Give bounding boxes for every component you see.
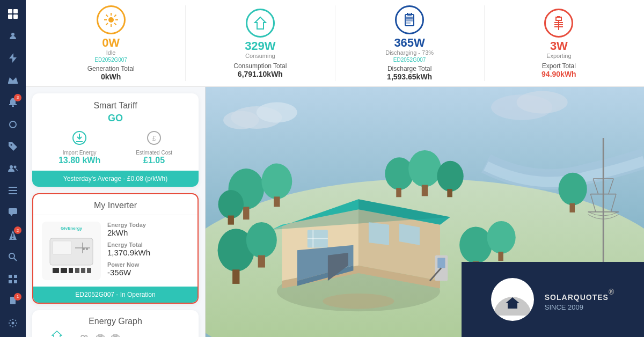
tariff-import: Import Energy 13.80 kWh <box>58 130 100 165</box>
sidebar-item-circle[interactable] <box>3 115 23 134</box>
svg-point-91 <box>559 173 587 206</box>
svg-rect-22 <box>9 275 12 278</box>
svg-rect-61 <box>75 268 79 273</box>
svg-marker-6 <box>8 77 18 83</box>
svg-rect-75 <box>114 334 117 336</box>
sidebar: 3 <box>0 0 26 337</box>
bell-badge: 3 <box>14 94 21 101</box>
graph-tab-discharge[interactable] <box>111 334 120 337</box>
inverter-stats: Energy Today 2kWh Energy Total 1,370.9kW… <box>107 222 189 280</box>
svg-rect-1 <box>13 9 18 13</box>
discharge-total-label: Discharge Total <box>387 65 432 72</box>
svg-line-39 <box>106 23 108 25</box>
sidebar-item-grid[interactable] <box>3 4 23 23</box>
import-value: 13.80 kWh <box>58 156 100 165</box>
sidebar-item-tag[interactable] <box>3 137 23 156</box>
middle-section: Smart Tariff GO Import Energy 13.80 kWh <box>26 87 644 337</box>
sidebar-item-search[interactable] <box>3 247 23 266</box>
svg-rect-29 <box>11 302 13 303</box>
graph-chevron[interactable]: › <box>187 335 190 337</box>
energy-today-label: Energy Today <box>107 222 189 228</box>
discharge-sublabel: ED2052G007 <box>393 57 426 63</box>
svg-rect-60 <box>69 268 73 273</box>
svg-point-108 <box>323 294 394 309</box>
sq-brand-text: SOLARQUOTES <box>545 293 609 302</box>
consumption-status: Consuming <box>245 53 275 59</box>
tariff-cost: £ Estimated Cost £1.05 <box>136 130 172 165</box>
tariff-avg-bar: Yesterday's Average - £0.08 (p/kWh) <box>32 171 199 187</box>
svg-point-67 <box>86 248 88 250</box>
svg-rect-42 <box>406 17 413 19</box>
export-value: 3W <box>550 40 568 53</box>
inverter-energy-today: Energy Today 2kWh <box>107 222 189 237</box>
svg-rect-136 <box>258 255 265 268</box>
svg-rect-14 <box>9 190 17 191</box>
discharge-icon <box>395 5 424 34</box>
inverter-image: GivEnergy <box>42 222 101 280</box>
svg-point-81 <box>261 164 292 200</box>
generation-sublabel: ED2052G007 <box>94 57 127 63</box>
graph-tab-solar[interactable]: Solar To Home <box>41 331 72 337</box>
alert2-badge: 1 <box>14 293 21 301</box>
svg-point-129 <box>459 227 492 263</box>
sidebar-item-bell[interactable]: 3 <box>3 93 23 112</box>
export-total-value: 94.90kWh <box>541 70 576 78</box>
inverter-energy-total: Energy Total 1,370.9kWh <box>107 241 189 257</box>
sidebar-item-chat[interactable] <box>3 203 23 222</box>
tariff-title: Smart Tariff <box>41 101 190 111</box>
svg-point-20 <box>9 253 14 259</box>
graph-tab-people[interactable] <box>79 334 90 337</box>
svg-point-135 <box>246 222 277 258</box>
svg-marker-106 <box>399 224 420 245</box>
svg-marker-5 <box>9 53 17 63</box>
svg-rect-28 <box>11 300 14 301</box>
svg-point-125 <box>257 102 297 123</box>
generation-total-value: 0kWh <box>101 72 121 81</box>
sidebar-item-users[interactable] <box>3 159 23 178</box>
svg-point-89 <box>437 161 463 192</box>
left-panel: Smart Tariff GO Import Energy 13.80 kWh <box>26 87 206 337</box>
sidebar-item-lightning[interactable] <box>3 48 23 67</box>
generation-icon <box>97 5 126 34</box>
generation-total-label: Generation Total <box>87 65 135 72</box>
svg-text:£: £ <box>152 135 156 142</box>
solarquotes-text: SOLARQUOTES® SINCE 2009 <box>545 288 614 311</box>
export-status: Exporting <box>546 53 571 59</box>
svg-point-83 <box>218 190 244 218</box>
svg-point-8 <box>12 105 14 107</box>
svg-point-66 <box>83 248 85 250</box>
sidebar-item-list[interactable] <box>3 181 23 200</box>
inverter-card[interactable]: My Inverter GivEnergy <box>32 193 199 304</box>
svg-rect-3 <box>13 14 18 19</box>
discharge-status: Discharging - 73% <box>385 49 434 56</box>
graph-tab-battery[interactable] <box>96 334 105 337</box>
sidebar-item-alert2[interactable]: 1 <box>3 292 23 311</box>
svg-line-21 <box>14 258 17 261</box>
sidebar-item-grid2[interactable] <box>3 269 23 288</box>
svg-rect-84 <box>228 216 234 225</box>
sidebar-item-settings[interactable] <box>3 314 23 333</box>
svg-point-10 <box>11 144 12 145</box>
sidebar-item-crown[interactable] <box>3 71 23 90</box>
svg-rect-13 <box>9 187 17 188</box>
sidebar-item-person[interactable] <box>3 26 23 45</box>
svg-rect-0 <box>8 9 12 13</box>
status-generation: 0W Idle ED2052G007 Generation Total 0kWh <box>36 5 186 81</box>
discharge-value: 365W <box>394 36 425 49</box>
inverter-power-now: Power Now -356W <box>107 261 189 277</box>
svg-rect-63 <box>87 268 91 273</box>
consumption-total-label: Consumption Total <box>233 62 287 70</box>
inverter-status-bar: ED2052G007 - In Operation <box>33 287 197 303</box>
svg-rect-58 <box>53 268 59 273</box>
svg-rect-86 <box>396 188 401 197</box>
tariff-card: Smart Tariff GO Import Energy 13.80 kWh <box>32 93 199 187</box>
svg-rect-43 <box>406 19 413 21</box>
inverter-body: GivEnergy <box>33 215 197 287</box>
sidebar-item-alert[interactable]: 2 <box>3 225 23 244</box>
svg-rect-80 <box>243 207 249 220</box>
svg-rect-44 <box>406 22 411 24</box>
svg-point-9 <box>10 121 16 128</box>
tariff-stats: Import Energy 13.80 kWh £ Estimated Cost… <box>41 130 190 165</box>
import-icon <box>72 130 87 149</box>
generation-value: 0W <box>102 36 120 49</box>
